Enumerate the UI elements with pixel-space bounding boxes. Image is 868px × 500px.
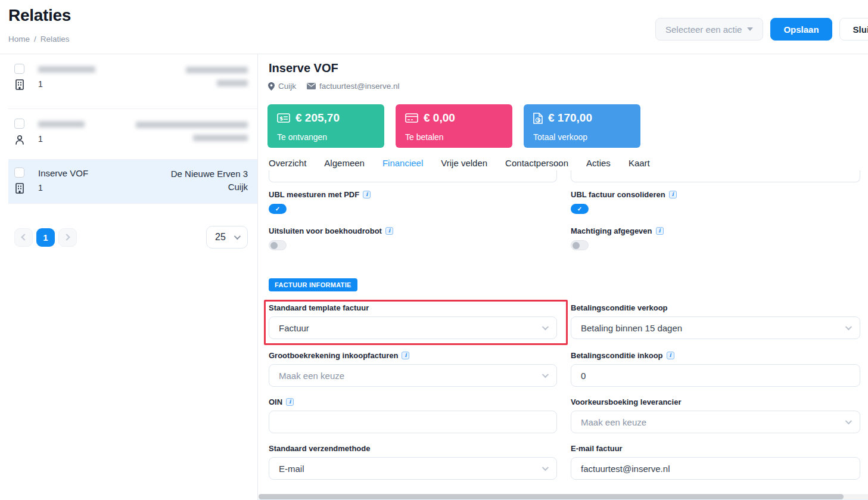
tab-financieel[interactable]: Financieel [382, 158, 423, 168]
row-checkbox[interactable] [14, 64, 24, 74]
prev-page-button[interactable] [14, 228, 33, 247]
email-text: factuurtest@inserve.nl [319, 82, 400, 91]
tab-contactpersoon[interactable]: Contactpersoon [505, 158, 568, 168]
relation-detail-pane: Inserve VOF Cuijk factuurtest@inserve.nl… [258, 54, 868, 500]
relation-address: De Nieuwe Erven 3 Cuijk [171, 167, 248, 194]
voorkeursboeking-select[interactable]: Maak een keuze [571, 411, 860, 433]
info-icon[interactable]: i [385, 227, 393, 235]
toggle-switch-on[interactable]: ✓ [571, 204, 589, 214]
detail-tabs: Overzicht Algemeen Financieel Vrije veld… [269, 158, 650, 168]
chevron-left-icon [21, 234, 27, 240]
list-pagination: 1 25 [8, 204, 257, 249]
info-icon[interactable]: i [286, 398, 294, 406]
field-betalingsconditie-inkoop: Betalingsconditie inkoopi 0 [571, 351, 860, 387]
field-voorkeursboeking-leverancier: Voorkeursboeking leverancier Maak een ke… [571, 397, 860, 433]
toggle-ubl-consolideren: UBL factuur consolidereni ✓ [571, 190, 859, 214]
info-icon[interactable]: i [363, 191, 371, 198]
template-factuur-select[interactable]: Factuur [269, 316, 557, 339]
scrollbar-thumb[interactable] [259, 494, 844, 499]
tab-overzicht[interactable]: Overzicht [269, 158, 306, 168]
close-button[interactable]: Sluiten [839, 18, 868, 41]
money-check-icon: $ [277, 113, 290, 123]
field-oin: OINi [269, 397, 557, 433]
email-item: factuurtest@inserve.nl [307, 82, 400, 91]
page-header: Relaties Home/Relaties Selecteer een act… [0, 0, 868, 54]
stat-card-te-betalen: € 0,00 Te betalen [396, 104, 512, 148]
info-icon[interactable]: i [656, 227, 664, 235]
chevron-down-icon [845, 324, 852, 330]
building-icon [14, 79, 25, 90]
page-title: Relaties [8, 6, 71, 25]
relation-number: 1 [38, 183, 171, 192]
betalingsconditie-inkoop-input[interactable]: 0 [571, 364, 860, 387]
stat-cards: $ € 205,70 Te ontvangen € 0,00 Te betale… [267, 104, 640, 148]
relation-name-masked [38, 119, 136, 130]
list-item[interactable]: 1 [8, 109, 257, 160]
field-email-factuur: E-mail factuur factuurtest@inserve.nl [571, 444, 860, 480]
relation-name: Inserve VOF [38, 167, 171, 179]
relation-number: 1 [38, 79, 186, 89]
cutoff-field[interactable] [269, 170, 557, 182]
relation-meta: Cuijk factuurtest@inserve.nl [268, 82, 400, 91]
chevron-down-icon [747, 27, 753, 31]
tab-acties[interactable]: Acties [586, 158, 611, 168]
info-icon[interactable]: i [669, 191, 677, 198]
betalingsconditie-verkoop-select[interactable]: Betaling binnen 15 dagen [571, 316, 860, 339]
envelope-icon [307, 83, 316, 89]
field-betalingsconditie-verkoop: Betalingsconditie verkoop Betaling binne… [571, 303, 860, 339]
chevron-down-icon [234, 233, 241, 240]
select-action-dropdown[interactable]: Selecteer een actie [655, 18, 763, 41]
relation-title: Inserve VOF [269, 61, 338, 75]
invoice-dollar-icon: $ [533, 113, 543, 124]
page-button-1[interactable]: 1 [36, 228, 55, 247]
person-icon [14, 134, 25, 145]
relations-list-pane: 1 1 [0, 54, 258, 500]
tab-vrije-velden[interactable]: Vrije velden [441, 158, 487, 168]
toggle-machtiging-afgegeven: Machtiging afgegeveni [571, 226, 859, 250]
row-checkbox[interactable] [14, 167, 24, 178]
info-icon[interactable]: i [402, 352, 409, 359]
field-standaard-verzendmethode: Standaard verzendmethode E-mail [269, 444, 557, 480]
save-button[interactable]: Opslaan [770, 18, 832, 41]
chevron-down-icon [542, 371, 549, 378]
email-factuur-input[interactable]: factuurtest@inserve.nl [571, 457, 860, 480]
cutoff-field[interactable] [571, 170, 860, 182]
check-icon: ✓ [571, 204, 589, 213]
tab-kaart[interactable]: Kaart [629, 158, 650, 168]
page-size-select[interactable]: 25 [206, 226, 248, 249]
header-actions: Selecteer een actie Opslaan Sluiten [655, 18, 868, 41]
oin-input[interactable] [269, 411, 557, 433]
relation-name-masked [38, 64, 186, 75]
section-badge-factuur-informatie: FACTUUR INFORMATIE [269, 278, 357, 291]
info-icon[interactable]: i [667, 352, 674, 359]
svg-text:$: $ [279, 116, 283, 122]
chevron-down-icon [542, 464, 549, 471]
field-grootboekrekening-inkoopfacturen: Grootboekrekening inkoopfactureni Maak e… [269, 351, 557, 387]
location-item: Cuijk [268, 82, 296, 91]
toggle-switch-off[interactable] [269, 240, 287, 250]
svg-text:$: $ [537, 117, 540, 123]
toggle-switch-on[interactable]: ✓ [269, 204, 287, 214]
row-checkbox[interactable] [14, 119, 24, 129]
tab-algemeen[interactable]: Algemeen [324, 158, 365, 168]
breadcrumb: Home/Relaties [8, 35, 70, 44]
toggle-ubl-meesturen: UBL meesturen met PDFi ✓ [269, 190, 557, 214]
verzendmethode-select[interactable]: E-mail [269, 457, 557, 480]
breadcrumb-home[interactable]: Home [8, 35, 30, 44]
next-page-button[interactable] [58, 228, 77, 247]
stat-card-totaal-verkoop: $ € 170,00 Totaal verkoop [524, 104, 640, 148]
list-item-inserve-vof[interactable]: Inserve VOF 1 De Nieuwe Erven 3 Cuijk [8, 160, 257, 204]
horizontal-scrollbar[interactable] [259, 494, 868, 499]
chevron-down-icon [542, 324, 549, 330]
grootboekrekening-select[interactable]: Maak een keuze [269, 364, 557, 387]
chevron-down-icon [845, 418, 852, 424]
stat-card-te-ontvangen: $ € 205,70 Te ontvangen [267, 104, 384, 148]
breadcrumb-current: Relaties [41, 35, 70, 44]
relation-address-masked [186, 64, 248, 90]
location-pin-icon [268, 82, 275, 91]
chevron-right-icon [63, 234, 70, 240]
location-text: Cuijk [278, 82, 296, 91]
list-item[interactable]: 1 [8, 54, 257, 109]
toggle-switch-off[interactable] [571, 240, 589, 250]
relation-address-masked [136, 119, 248, 145]
